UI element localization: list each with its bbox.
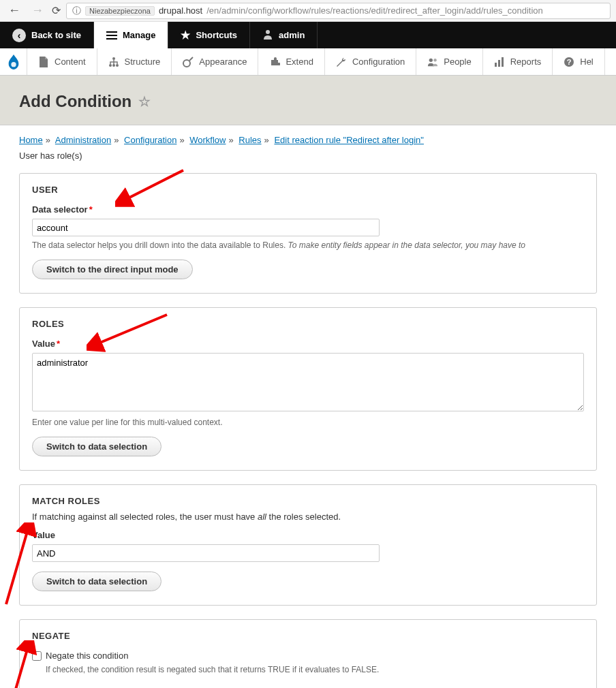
url-host: drupal.host bbox=[159, 5, 202, 16]
negate-legend: NEGATE bbox=[32, 631, 584, 641]
admin-label: admin bbox=[279, 30, 305, 40]
match-value-label: Value bbox=[32, 530, 584, 540]
svg-text:?: ? bbox=[567, 58, 572, 66]
page-header: Add Condition ☆ bbox=[0, 76, 616, 125]
match-roles-fieldset: MATCH ROLES If matching against all sele… bbox=[19, 484, 597, 606]
svg-line-22 bbox=[6, 647, 28, 688]
roles-desc: Enter one value per line for this multi-… bbox=[32, 418, 584, 427]
breadcrumb-link[interactable]: Workflow bbox=[189, 135, 226, 145]
switch-data-selection-button[interactable]: Switch to data selection bbox=[32, 437, 161, 456]
extend-icon bbox=[269, 57, 280, 67]
page-title: Add Condition ☆ bbox=[19, 92, 597, 111]
data-selector-desc: The data selector helps you drill down i… bbox=[32, 240, 584, 250]
menu-structure[interactable]: Structure bbox=[97, 48, 172, 75]
help-icon: ? bbox=[564, 57, 574, 67]
reload-icon[interactable]: ⟳ bbox=[52, 4, 61, 17]
star-icon: ★ bbox=[181, 29, 190, 42]
admin-user-tab[interactable]: admin bbox=[250, 22, 318, 48]
url-bar[interactable]: ⓘ Niezabezpieczona drupal.host/en/admin/… bbox=[66, 3, 611, 19]
svg-line-20 bbox=[6, 529, 28, 604]
browser-chrome: ← → ⟳ ⓘ Niezabezpieczona drupal.host/en/… bbox=[0, 0, 616, 22]
main-content: Home» Administration» Configuration» Wor… bbox=[0, 125, 616, 688]
match-legend: MATCH ROLES bbox=[32, 496, 584, 506]
svg-point-5 bbox=[116, 64, 119, 67]
user-legend: USER bbox=[32, 185, 584, 195]
manage-tab[interactable]: Manage bbox=[94, 22, 168, 48]
menu-configuration[interactable]: Configuration bbox=[325, 48, 416, 75]
menu-content[interactable]: Content bbox=[27, 48, 97, 75]
roles-fieldset: ROLES Value* administrator Enter one val… bbox=[19, 307, 597, 471]
wrench-icon bbox=[336, 57, 347, 67]
roles-value-label: Value* bbox=[32, 339, 584, 349]
url-path: /en/admin/config/workflow/rules/reaction… bbox=[206, 5, 543, 16]
annotation-arrow-icon bbox=[0, 640, 40, 688]
svg-point-0 bbox=[266, 30, 270, 34]
breadcrumb-link[interactable]: Configuration bbox=[124, 135, 176, 145]
forward-arrow-icon[interactable]: → bbox=[29, 3, 46, 18]
reports-icon bbox=[494, 57, 505, 67]
drupal-toolbar: ‹ Back to site Manage ★ Shortcuts admin bbox=[0, 22, 616, 48]
svg-point-8 bbox=[429, 58, 433, 61]
info-icon: ⓘ bbox=[72, 5, 81, 17]
security-badge: Niezabezpieczona bbox=[85, 6, 155, 16]
breadcrumb-link[interactable]: Edit reaction rule "Redirect after login… bbox=[274, 135, 424, 145]
match-desc: If matching against all selected roles, … bbox=[32, 512, 584, 522]
negate-fieldset: NEGATE Negate this condition If checked,… bbox=[19, 619, 597, 688]
breadcrumb: Home» Administration» Configuration» Wor… bbox=[19, 135, 597, 145]
favorite-star-icon[interactable]: ☆ bbox=[138, 93, 151, 110]
shortcuts-label: Shortcuts bbox=[196, 30, 237, 40]
drupal-logo-icon[interactable] bbox=[0, 48, 27, 75]
svg-line-7 bbox=[189, 57, 193, 61]
menu-extend[interactable]: Extend bbox=[258, 48, 324, 75]
breadcrumb-link[interactable]: Rules bbox=[238, 135, 261, 145]
svg-rect-11 bbox=[498, 60, 500, 67]
svg-point-6 bbox=[183, 60, 190, 67]
negate-desc: If checked, the condition result is nega… bbox=[46, 665, 584, 674]
data-selector-input[interactable] bbox=[32, 219, 380, 236]
match-value-input[interactable] bbox=[32, 544, 380, 562]
shortcuts-tab[interactable]: ★ Shortcuts bbox=[168, 22, 250, 48]
back-to-site-label: Back to site bbox=[31, 30, 81, 40]
negate-checkbox[interactable] bbox=[32, 651, 42, 661]
back-circle-icon: ‹ bbox=[12, 29, 26, 42]
svg-rect-12 bbox=[502, 57, 504, 67]
svg-point-2 bbox=[112, 57, 115, 60]
admin-menu: Content Structure Appearance Extend Conf… bbox=[0, 48, 616, 76]
condition-subtitle: User has role(s) bbox=[19, 151, 597, 161]
negate-checkbox-label[interactable]: Negate this condition bbox=[46, 651, 128, 661]
file-icon bbox=[38, 57, 49, 67]
data-selector-label: Data selector* bbox=[32, 204, 584, 215]
structure-icon bbox=[108, 57, 119, 67]
appearance-icon bbox=[183, 57, 194, 67]
breadcrumb-link[interactable]: Home bbox=[19, 135, 43, 145]
hamburger-icon bbox=[106, 31, 117, 40]
manage-label: Manage bbox=[123, 30, 155, 40]
user-icon bbox=[262, 29, 273, 42]
people-icon bbox=[427, 57, 438, 67]
menu-appearance[interactable]: Appearance bbox=[172, 48, 258, 75]
svg-rect-10 bbox=[495, 63, 497, 67]
back-to-site-button[interactable]: ‹ Back to site bbox=[0, 22, 94, 48]
menu-reports[interactable]: Reports bbox=[483, 48, 553, 75]
switch-direct-input-button[interactable]: Switch to the direct input mode bbox=[32, 260, 193, 279]
breadcrumb-link[interactable]: Administration bbox=[55, 135, 111, 145]
menu-help[interactable]: ? Hel bbox=[553, 48, 605, 75]
svg-point-1 bbox=[11, 62, 16, 67]
user-fieldset: USER Data selector* The data selector he… bbox=[19, 173, 597, 294]
switch-data-selection-button[interactable]: Switch to data selection bbox=[32, 572, 161, 591]
menu-people[interactable]: People bbox=[416, 48, 482, 75]
roles-value-textarea[interactable]: administrator bbox=[32, 353, 584, 411]
svg-point-9 bbox=[434, 59, 437, 61]
back-arrow-icon[interactable]: ← bbox=[5, 3, 23, 18]
roles-legend: ROLES bbox=[32, 319, 584, 329]
svg-point-3 bbox=[109, 64, 112, 67]
